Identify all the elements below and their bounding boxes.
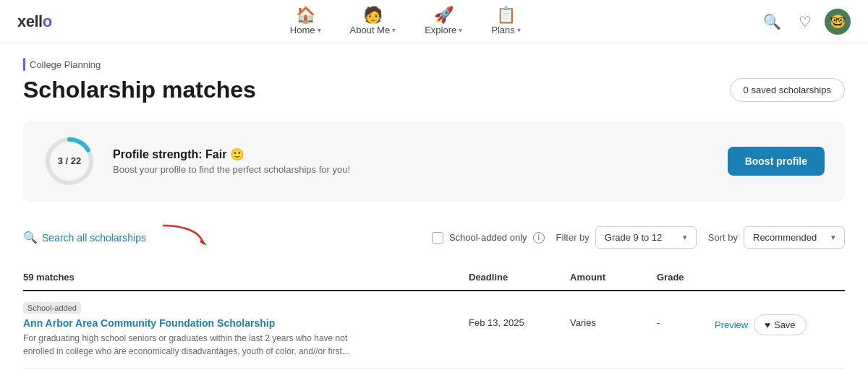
scholarship-actions: Preview ♥ Save xyxy=(715,301,845,335)
scholarship-grade: - xyxy=(657,301,715,328)
amount-column-header: Amount xyxy=(570,272,657,283)
profile-card: 3 / 22 Profile strength: Fair 🙂 Boost yo… xyxy=(23,121,845,202)
chevron-down-icon: ▾ xyxy=(318,26,321,34)
nav-label-home: Home ▾ xyxy=(290,25,321,35)
preview-link[interactable]: Preview xyxy=(715,319,748,330)
scholarship-name[interactable]: Ann Arbor Area Community Foundation Scho… xyxy=(23,317,469,329)
avatar-emoji: 🤓 xyxy=(830,14,846,30)
nav-item-explore[interactable]: 🚀 Explore ▾ xyxy=(413,1,474,41)
profile-strength-title: Profile strength: Fair 🙂 xyxy=(113,147,710,161)
nav-item-about-me[interactable]: 🧑 About Me ▾ xyxy=(339,1,408,41)
chevron-down-icon: ▾ xyxy=(831,233,835,242)
school-added-checkbox[interactable] xyxy=(432,232,443,244)
red-arrow-svg xyxy=(156,222,214,251)
nav-label-explore: Explore ▾ xyxy=(425,25,462,35)
sort-by-dropdown[interactable]: Recommended ▾ xyxy=(744,226,845,249)
scholarship-description: For graduating high school seniors or gr… xyxy=(23,332,370,358)
boost-profile-button[interactable]: Boost profile xyxy=(728,147,825,176)
logo[interactable]: xello xyxy=(17,12,52,31)
nav-label-about-me: About Me ▾ xyxy=(350,25,396,35)
navbar-right: 🔍 ♡ 🤓 xyxy=(759,9,851,35)
filter-by-group: Filter by Grade 9 to 12 ▾ xyxy=(556,226,697,249)
nav-item-home[interactable]: 🏠 Home ▾ xyxy=(278,1,333,41)
scholarship-row: School-added Ann Arbor Area Community Fo… xyxy=(23,291,845,369)
main-content: College Planning Scholarship matches 0 s… xyxy=(0,43,868,378)
scholarship-info: School-added Ann Arbor Area Community Fo… xyxy=(23,301,469,358)
person-icon: 🧑 xyxy=(363,7,383,23)
logo-dot: o xyxy=(43,12,52,30)
profile-strength-sub: Boost your profile to find the perfect s… xyxy=(113,164,710,175)
breadcrumb: College Planning xyxy=(23,58,845,71)
home-icon: 🏠 xyxy=(296,7,315,23)
info-icon[interactable]: i xyxy=(533,232,545,244)
donut-chart: 3 / 22 xyxy=(43,135,95,187)
breadcrumb-text: College Planning xyxy=(30,59,101,70)
navbar: xello 🏠 Home ▾ 🧑 About Me ▾ 🚀 Explore ▾ xyxy=(0,0,868,43)
heart-icon: ♥ xyxy=(765,319,770,330)
scholarship-deadline: Feb 13, 2025 xyxy=(469,301,570,328)
profile-text: Profile strength: Fair 🙂 Boost your prof… xyxy=(113,147,710,175)
navbar-center: 🏠 Home ▾ 🧑 About Me ▾ 🚀 Explore ▾ 📋 Plan… xyxy=(278,1,532,41)
filters-right: School-added only i Filter by Grade 9 to… xyxy=(432,226,845,249)
tablet-icon: 📋 xyxy=(496,7,516,23)
matches-count: 59 matches xyxy=(23,272,469,283)
rocket-icon: 🚀 xyxy=(434,7,454,23)
page-header: Scholarship matches 0 saved scholarships xyxy=(23,77,845,103)
saved-scholarships-button[interactable]: 0 saved scholarships xyxy=(730,78,845,102)
save-button[interactable]: ♥ Save xyxy=(754,314,806,335)
results-header: 59 matches Deadline Amount Grade xyxy=(23,265,845,291)
school-added-filter: School-added only i xyxy=(432,232,545,244)
filter-by-dropdown[interactable]: Grade 9 to 12 ▾ xyxy=(595,226,697,249)
heart-button[interactable]: ♡ xyxy=(794,9,816,35)
navbar-left: xello xyxy=(17,12,52,31)
search-button[interactable]: 🔍 xyxy=(759,9,786,35)
nav-item-plans[interactable]: 📋 Plans ▾ xyxy=(480,1,532,41)
chevron-down-icon: ▾ xyxy=(683,233,687,242)
grade-column-header: Grade xyxy=(657,272,715,283)
avatar[interactable]: 🤓 xyxy=(825,9,851,35)
annotation-arrow xyxy=(156,222,214,253)
search-all-scholarships-link[interactable]: 🔍 Search all scholarships xyxy=(23,222,214,253)
breadcrumb-bar xyxy=(23,58,25,71)
sort-by-group: Sort by Recommended ▾ xyxy=(708,226,845,249)
search-icon: 🔍 xyxy=(23,231,38,244)
search-filters-row: 🔍 Search all scholarships School-added o… xyxy=(23,222,845,253)
chevron-down-icon: ▾ xyxy=(392,26,396,34)
chevron-down-icon: ▾ xyxy=(459,26,462,34)
donut-label: 3 / 22 xyxy=(58,155,82,167)
page-title: Scholarship matches xyxy=(23,77,256,103)
nav-label-plans: Plans ▾ xyxy=(491,25,521,35)
scholarship-amount: Varies xyxy=(570,301,657,328)
chevron-down-icon: ▾ xyxy=(517,26,521,34)
school-added-badge: School-added xyxy=(23,302,81,314)
deadline-column-header: Deadline xyxy=(469,272,570,283)
